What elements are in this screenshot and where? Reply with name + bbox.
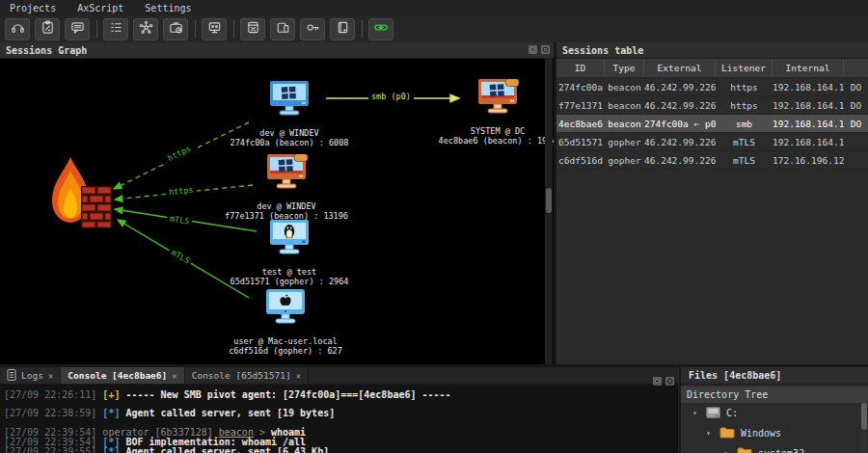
- cell-external: 46.242.99.226: [644, 151, 716, 169]
- adaptix-client-window: Projects AxScript Settings Sessions Grap…: [0, 0, 868, 453]
- close-tab-icon[interactable]: ✕: [296, 371, 301, 381]
- cell-external: 46.242.99.226: [644, 96, 716, 114]
- scrollbar-handle[interactable]: [861, 403, 867, 430]
- column-header-listener[interactable]: Listener: [716, 59, 773, 77]
- close-panel-icon[interactable]: [541, 45, 550, 56]
- tasks-button[interactable]: [35, 18, 60, 40]
- targets-button[interactable]: [202, 18, 227, 40]
- tab-logs[interactable]: Logs ✕: [0, 367, 61, 384]
- sessions-graph-canvas[interactable]: smb (p0) https https mTLS mTLS dev @ WIN…: [0, 59, 554, 364]
- column-header-type[interactable]: Type: [605, 59, 644, 77]
- cell-internal: 192.168.164.134: [773, 78, 844, 95]
- headset-icon: [11, 20, 25, 39]
- tab-console-65d51571[interactable]: Console [65d51571] ✕: [185, 367, 309, 384]
- menu-projects[interactable]: Projects: [10, 3, 56, 13]
- log-file-icon: [7, 369, 16, 383]
- cell-internal: 192.168.164.134: [773, 96, 844, 114]
- cell-id: c6df516d: [556, 151, 605, 169]
- tree-item-label: C:: [726, 408, 738, 418]
- toolbar-separator: [96, 20, 97, 38]
- sessions-table-panel: Sessions table ID Type External Listener…: [556, 42, 868, 364]
- scrollbar-handle[interactable]: [546, 188, 552, 213]
- column-header-internal[interactable]: Internal: [773, 59, 844, 77]
- downloads-button[interactable]: [240, 18, 265, 40]
- graph-vertical-scrollbar[interactable]: [545, 59, 553, 364]
- chat-icon: [70, 20, 85, 39]
- toolbar-separator: [233, 20, 234, 38]
- menu-settings[interactable]: Settings: [145, 3, 191, 13]
- headset-button[interactable]: [5, 18, 30, 40]
- cell-type: beacon: [605, 115, 644, 132]
- folder-icon: [719, 426, 735, 440]
- cell-internal: 172.16.196.128: [773, 151, 844, 169]
- files-panel: Files [4ec8bae6] Directory Tree ▾ C: ▾ W…: [679, 367, 868, 453]
- connection-status-button[interactable]: [368, 18, 393, 40]
- cell-id: 65d51571: [556, 133, 605, 150]
- linux-computer-icon: [267, 220, 312, 258]
- tab-console-4ec8bae6[interactable]: Console [4ec8bae6] ✕: [61, 367, 184, 384]
- cell-external: 46.242.99.226: [644, 133, 716, 150]
- graph-node-f77e1371[interactable]: dev @ WINDEV f77e1371 (beacon) : 13196: [204, 154, 368, 221]
- files-vertical-scrollbar[interactable]: [861, 403, 867, 453]
- node-name: SYSTEM @ DC: [416, 126, 554, 136]
- tab-label: Console [65d51571]: [192, 370, 291, 381]
- graph-icon: [139, 20, 153, 39]
- chevron-down-icon[interactable]: ▾: [723, 449, 731, 453]
- chat-button[interactable]: [65, 18, 90, 40]
- tree-item-system32[interactable]: ▾ system32: [681, 443, 868, 453]
- chevron-down-icon[interactable]: ▾: [706, 429, 714, 438]
- table-row-c6df516d[interactable]: c6df516d gopher 46.242.99.226 mTLS 172.1…: [556, 151, 868, 170]
- credentials-button[interactable]: [300, 18, 325, 40]
- column-header-id[interactable]: ID: [556, 59, 605, 77]
- float-panel-icon[interactable]: [529, 45, 537, 56]
- tree-item-c-drive[interactable]: ▾ C:: [681, 403, 868, 423]
- console-tab-bar: Logs ✕ Console [4ec8bae6] ✕ Console [65d…: [0, 367, 678, 385]
- log-line: [27/09 22:38:59] [*] Agent called server…: [4, 409, 678, 418]
- cell-extra: DO: [844, 115, 868, 132]
- clipboard-edit-icon: [41, 20, 55, 39]
- graph-node-c6df516d[interactable]: user @ Mac-user.local c6df516d (gopher) …: [203, 289, 367, 356]
- tree-item-label: system32: [758, 448, 804, 453]
- table-row-65d51571[interactable]: 65d51571 gopher 46.242.99.226 mTLS 192.1…: [556, 133, 868, 151]
- cell-extra: DO: [844, 78, 868, 95]
- node-name: test @ test: [207, 267, 371, 277]
- column-header-cut[interactable]: [844, 59, 868, 77]
- console-output[interactable]: [27/09 22:26:11] [+] ----- New SMB pivot…: [0, 386, 678, 453]
- graph-node-274fc00a[interactable]: dev @ WINDEV 274fc00a (beacon) : 6008: [207, 81, 371, 147]
- sessions-graph-button[interactable]: [133, 18, 158, 40]
- notes-button[interactable]: [330, 18, 355, 40]
- directory-tree-header: Directory Tree: [681, 386, 868, 403]
- log-line: [27/09 22:39:55] [*] Agent called server…: [4, 447, 678, 453]
- menu-axscript[interactable]: AxScript: [77, 3, 123, 13]
- cell-internal: 192.168.164.154: [773, 133, 844, 150]
- tree-item-windows[interactable]: ▾ Windows: [681, 423, 868, 443]
- close-tab-icon[interactable]: ✕: [172, 371, 176, 381]
- firewall-wall-icon[interactable]: [81, 186, 112, 228]
- cell-listener: mTLS: [716, 133, 773, 150]
- console-panel: Logs ✕ Console [4ec8bae6] ✕ Console [65d…: [0, 367, 678, 453]
- windows-computer-elevated-icon: [264, 154, 309, 193]
- mac-computer-icon: [263, 289, 308, 328]
- devices-button[interactable]: [270, 18, 295, 40]
- link-icon: [373, 20, 389, 39]
- graph-node-4ec8bae6[interactable]: SYSTEM @ DC 4ec8bae6 (beacon) : 1904: [416, 79, 554, 146]
- cell-id: 274fc00a: [556, 78, 605, 95]
- sessions-table-button[interactable]: [103, 18, 128, 40]
- jobs-button[interactable]: [163, 18, 188, 40]
- sessions-graph-panel: Sessions Graph: [0, 42, 554, 364]
- sessions-table-header: Sessions table: [556, 42, 868, 59]
- close-tab-icon[interactable]: ✕: [48, 371, 53, 381]
- node-detail: 65d51571 (gopher) : 2964: [207, 277, 371, 286]
- table-row-f77e1371[interactable]: f77e1371 beacon 46.242.99.226 https 192.…: [556, 96, 868, 115]
- table-row-4ec8bae6-selected[interactable]: 4ec8bae6 beacon 274fc00a ⇐ p0 smb 192.16…: [556, 115, 868, 133]
- chevron-down-icon[interactable]: ▾: [692, 409, 700, 417]
- table-row-274fc00a[interactable]: 274fc00a beacon 46.242.99.226 https 192.…: [556, 78, 868, 96]
- graph-node-65d51571[interactable]: test @ test 65d51571 (gopher) : 2964: [207, 220, 371, 286]
- node-name: user @ Mac-user.local: [203, 336, 367, 346]
- cell-id: 4ec8bae6: [556, 115, 605, 132]
- tab-label: Logs: [21, 370, 43, 381]
- column-header-external[interactable]: External: [644, 59, 716, 77]
- cell-type: beacon: [605, 96, 644, 114]
- journal-icon: [336, 20, 350, 39]
- files-panel-title: Files [4ec8bae6]: [681, 367, 868, 385]
